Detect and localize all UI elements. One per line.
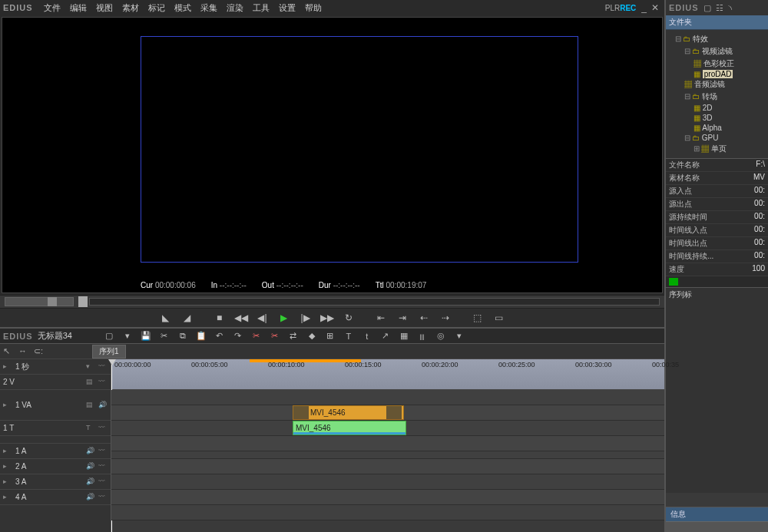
video-icon[interactable]: ▤ (86, 401, 95, 410)
speaker-icon[interactable]: 🔊 (86, 493, 95, 502)
render-icon[interactable]: ▦ (398, 330, 410, 342)
speaker-icon[interactable]: 🔊 (86, 477, 95, 487)
track-header-1va[interactable]: ▸ 1 VA ▤ 🔊 (0, 390, 111, 421)
track-lane-4a[interactable] (111, 505, 664, 520)
menu-marker[interactable]: 标记 (144, 2, 170, 14)
group-icon[interactable]: ⊞ (324, 330, 336, 342)
new-icon[interactable]: ▢ (103, 330, 115, 342)
overwrite-button[interactable]: ▭ (491, 310, 508, 325)
time-unit-label[interactable]: 1 秒 (15, 362, 83, 372)
audio-clip[interactable]: MVI_4546 (293, 421, 406, 435)
pointer-icon[interactable]: ↖ (3, 346, 14, 357)
prev-frame-button[interactable]: ◀| (254, 310, 271, 325)
title-icon[interactable]: t (361, 330, 373, 342)
link-icon[interactable]: ৲ (728, 3, 732, 13)
track-lane-1a[interactable] (111, 459, 664, 474)
marker-icon[interactable]: ◆ (306, 330, 318, 342)
track-lane-1va-video[interactable]: MVI_4546 (111, 405, 664, 421)
minimize-button[interactable]: _ (641, 2, 647, 13)
tree-transition[interactable]: ⊟🗀 转场 (667, 91, 766, 103)
menu-file[interactable]: 文件 (39, 2, 65, 14)
tree-root[interactable]: ⊟🗀 特效 (667, 33, 766, 45)
cut-icon[interactable]: ✂ (158, 330, 170, 342)
track-header-3a[interactable]: ▸3 A 🔊〰 (0, 474, 111, 490)
tree-audio-filter[interactable]: ▦ 音频滤镜 (667, 78, 766, 91)
menu-help[interactable]: 帮助 (300, 2, 326, 14)
title-track-icon[interactable]: T (86, 424, 95, 433)
set-in-flag-icon[interactable]: ◣ (157, 310, 174, 325)
sequence-marker-tab[interactable]: 序列标 (666, 287, 768, 302)
menu-clip[interactable]: 素材 (118, 2, 144, 14)
folder-icon[interactable]: ▢ (703, 3, 711, 13)
mode-rec[interactable]: REC (620, 4, 636, 12)
menu-tools[interactable]: 工具 (248, 2, 274, 14)
tree-3d[interactable]: ▦ 3D (667, 113, 766, 123)
tree-single-page[interactable]: ⊞▦ 单页 (667, 143, 766, 155)
save-icon[interactable]: 💾 (140, 330, 152, 342)
track-lane-3a[interactable] (111, 490, 664, 505)
timeline-body[interactable]: 00:00:00:00 00:00:05:00 00:00:10:00 00:0… (111, 359, 664, 532)
speaker-icon[interactable]: 🔊 (86, 447, 95, 456)
tree-gpu[interactable]: ⊟🗀 GPU (667, 133, 766, 143)
chevron-icon[interactable]: ▸ (3, 362, 12, 372)
close-button[interactable]: ✕ (651, 2, 659, 13)
redo-icon[interactable]: ↷ (232, 330, 244, 342)
tree-alpha[interactable]: ▦ Alpha (667, 123, 766, 133)
dropdown-icon[interactable]: ▾ (86, 362, 95, 372)
paste-icon[interactable]: 📋 (195, 330, 207, 342)
tree-video-filter[interactable]: ⊟🗀 视频滤镜 (667, 45, 766, 58)
export-icon[interactable]: ↗ (379, 330, 392, 342)
track-header-1a[interactable]: ▸1 A 🔊〰 (0, 444, 111, 459)
wave-icon[interactable]: 〰 (98, 378, 108, 387)
track-lane-2a[interactable] (111, 474, 664, 490)
text-tool-icon[interactable]: T (343, 330, 355, 342)
sequence-tab[interactable]: 序列1 (92, 345, 126, 359)
fast-forward-button[interactable]: ▶▶ (319, 310, 336, 325)
mode-plr[interactable]: PLR (605, 4, 620, 12)
video-clip[interactable]: MVI_4546 (293, 405, 404, 420)
speaker-icon[interactable]: 🔊 (98, 401, 108, 410)
menu-capture[interactable]: 采集 (196, 2, 222, 14)
menu-mode[interactable]: 模式 (170, 2, 196, 14)
track-header-2v[interactable]: 2 V ▤ 〰 (0, 375, 111, 390)
expand-icon[interactable]: ↔ (18, 346, 29, 357)
undo-icon[interactable]: ↶ (214, 330, 226, 342)
wave-icon[interactable]: 〰 (98, 424, 108, 433)
copy-icon[interactable]: ⧉ (177, 330, 189, 342)
scrollbar-track[interactable] (666, 521, 768, 532)
time-ruler[interactable]: 00:00:00:00 00:00:05:00 00:00:10:00 00:0… (111, 359, 664, 390)
menu-edit[interactable]: 编辑 (65, 2, 91, 14)
track-lane-1t[interactable] (111, 436, 664, 451)
menu-view[interactable]: 视图 (91, 2, 118, 14)
goto-out-button[interactable]: ⇥ (394, 310, 411, 325)
magnet-icon[interactable]: ⊂: (34, 346, 45, 357)
tree-color-correct[interactable]: ▦ 色彩校正 (667, 58, 766, 70)
track-header-2a[interactable]: ▸2 A 🔊〰 (0, 459, 111, 474)
set-out-flag-icon[interactable]: ◢ (179, 310, 196, 325)
track-header-1t[interactable]: 1 T T 〰 (0, 421, 111, 436)
next-edit-button[interactable]: ⇢ (437, 310, 454, 325)
loop-button[interactable]: ↻ (340, 310, 357, 325)
rewind-button[interactable]: ◀◀ (233, 310, 250, 325)
next-frame-button[interactable]: |▶ (297, 310, 314, 325)
chevron-icon[interactable]: ▸ (3, 401, 12, 410)
zigzag-icon[interactable]: 〰 (98, 362, 108, 372)
insert-button[interactable]: ⬚ (469, 310, 486, 325)
prev-edit-button[interactable]: ⇠ (415, 310, 432, 325)
ripple-icon[interactable]: ⇄ (287, 330, 300, 342)
mixer-icon[interactable]: ⫼ (416, 330, 429, 342)
target-icon[interactable]: ◎ (435, 330, 447, 342)
open-icon[interactable]: ▾ (121, 330, 134, 342)
info-tab[interactable]: 信息 (666, 507, 768, 521)
track-lane-1va-audio[interactable]: MVI_4546 (111, 421, 664, 436)
tree-2d[interactable]: ▦ 2D (667, 103, 766, 113)
settings-icon[interactable]: ▾ (453, 330, 465, 342)
video-icon[interactable]: ▤ (86, 378, 95, 387)
track-lane-2v[interactable] (111, 390, 664, 405)
position-marker[interactable] (78, 296, 88, 307)
delete-in-icon[interactable]: ✂ (250, 330, 263, 342)
stop-button[interactable]: ■ (211, 310, 228, 325)
track-header-4a[interactable]: ▸4 A 🔊〰 (0, 490, 111, 505)
menu-settings[interactable]: 设置 (274, 2, 300, 14)
menu-render[interactable]: 渲染 (222, 2, 248, 14)
